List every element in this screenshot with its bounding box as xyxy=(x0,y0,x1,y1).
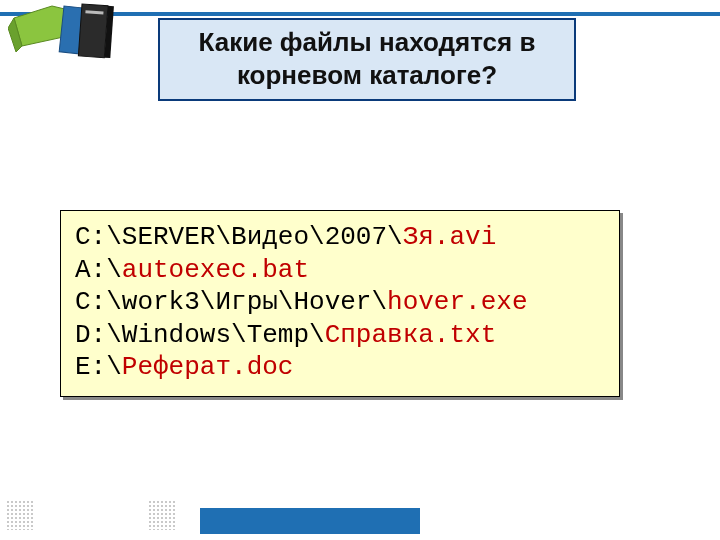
filename-segment: Справка.txt xyxy=(325,320,497,350)
path-segment: C:\SERVER\Видео\2007\ xyxy=(75,222,403,252)
path-segment: E:\ xyxy=(75,352,122,382)
path-segment: C:\work3\Игры\Hover\ xyxy=(75,287,387,317)
path-segment: D:\Windows\Temp\ xyxy=(75,320,325,350)
path-row: D:\Windows\Temp\Справка.txt xyxy=(75,319,605,352)
decor-dots-center xyxy=(148,500,176,530)
file-paths-panel: C:\SERVER\Видео\2007\Зя.aviA:\autoexec.b… xyxy=(60,210,620,397)
filename-segment: Реферат.doc xyxy=(122,352,294,382)
title-line-1: Какие файлы находятся в xyxy=(168,26,566,59)
filename-segment: Зя.avi xyxy=(403,222,497,252)
path-row: C:\SERVER\Видео\2007\Зя.avi xyxy=(75,221,605,254)
path-row: A:\autoexec.bat xyxy=(75,254,605,287)
path-row: C:\work3\Игры\Hover\hover.exe xyxy=(75,286,605,319)
filename-segment: autoexec.bat xyxy=(122,255,309,285)
path-segment: A:\ xyxy=(75,255,122,285)
title-line-2: корневом каталоге? xyxy=(168,59,566,92)
path-row: E:\Реферат.doc xyxy=(75,351,605,384)
books-folder-icon xyxy=(8,0,128,70)
filename-segment: hover.exe xyxy=(387,287,527,317)
decor-dots-left xyxy=(6,500,34,530)
decor-bottom-bar xyxy=(200,508,420,534)
question-title-box: Какие файлы находятся в корневом каталог… xyxy=(158,18,576,101)
